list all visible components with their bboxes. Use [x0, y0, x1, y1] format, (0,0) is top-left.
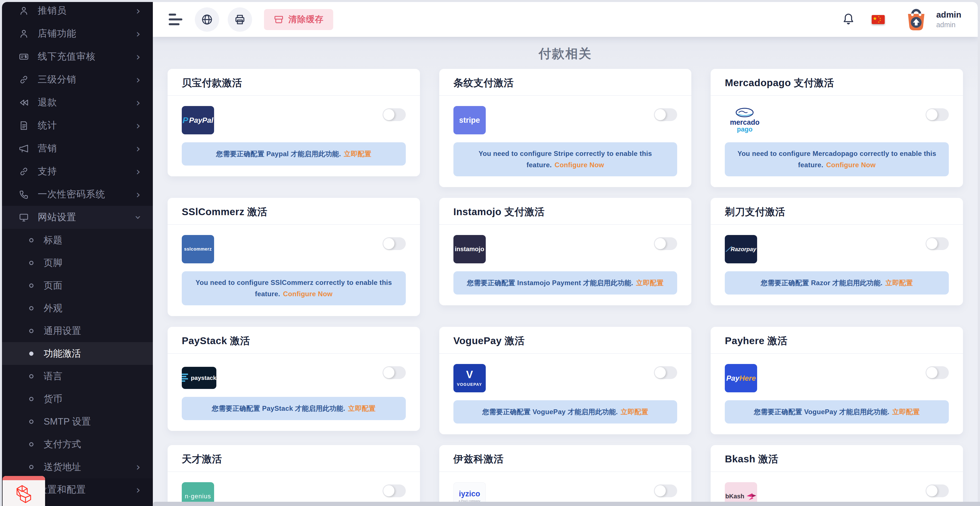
chevron-right-icon: ›: [136, 143, 140, 154]
subitem-label: 货币: [44, 393, 140, 405]
bkash-toggle[interactable]: [926, 484, 949, 497]
sidebar-item-label: 推销员: [38, 4, 136, 17]
sidebar-item-refund[interactable]: 退款 ›: [2, 91, 153, 114]
sidebar-subitem-shipping-address[interactable]: 送货地址 ›: [2, 455, 153, 478]
paystack-logo: paystack: [182, 367, 216, 389]
horizontal-scrollbar[interactable]: [153, 502, 980, 506]
configure-now-link[interactable]: 立即配置: [892, 408, 920, 415]
alert-text: 您需要正确配置 PayStack 才能启用此功能.: [212, 404, 345, 412]
print-button[interactable]: [228, 7, 252, 32]
config-alert: 您需要正确配置 PayStack 才能启用此功能.立即配置: [182, 397, 406, 420]
bell-icon: [842, 12, 855, 26]
sidebar-item-label: 一次性密码系统: [38, 188, 136, 201]
sidebar-subitem-general-settings[interactable]: 通用设置: [2, 320, 153, 342]
card-title: PayStack 激活: [182, 335, 250, 346]
paystack-toggle[interactable]: [383, 366, 406, 379]
sidebar-subitem-pages[interactable]: 页面: [2, 274, 153, 297]
iyzico-logo-text: iyzico: [459, 490, 480, 498]
razorpay-mark: ⟋: [726, 245, 731, 253]
user-menu[interactable]: admin admin: [936, 10, 961, 29]
mercadopago-toggle[interactable]: [926, 108, 949, 121]
user-icon: [18, 29, 29, 39]
toggle-knob: [383, 485, 395, 496]
card-stripe: 条纹支付激活 stripe You need to configure Stri…: [439, 69, 692, 187]
user-avatar[interactable]: [903, 6, 929, 33]
subitem-label: 标题: [44, 234, 140, 247]
sidebar-item-label: 支持: [38, 165, 136, 178]
sidebar-subitem-payment-methods[interactable]: 支付方式: [2, 433, 153, 455]
stripe-toggle[interactable]: [654, 108, 677, 121]
card-header: 贝宝付款激活: [168, 69, 420, 96]
sidebar-item-label: 网站设置: [38, 211, 136, 224]
sidebar-subitem-title[interactable]: 标题: [2, 229, 153, 251]
paypal-logo-text: PayPal: [189, 116, 213, 125]
config-alert: 您需要正确配置 Instamojo Payment 才能启用此功能.立即配置: [453, 271, 678, 294]
sidebar-item-salesperson[interactable]: 推销员 ›: [2, 2, 153, 22]
sidebar-item-website-settings[interactable]: 网站设置 ›: [2, 206, 153, 229]
menu-toggle-icon[interactable]: [169, 14, 182, 25]
payhere-logo: Pay Here: [725, 364, 757, 392]
bullet-icon: [29, 352, 33, 356]
instamojo-logo: instamojo: [453, 235, 486, 263]
payhere-logo-text: Pay: [726, 374, 739, 383]
sidebar-subitem-language[interactable]: 语言: [2, 365, 153, 388]
sidebar-subitem-appearance[interactable]: 外观: [2, 297, 153, 320]
card-header: 天才激活: [168, 445, 420, 472]
bullet-icon: [29, 374, 33, 379]
paypal-toggle[interactable]: [383, 108, 406, 121]
sidebar-item-support[interactable]: 支持 ›: [2, 160, 153, 183]
sidebar-menu: 推销员 › 店铺功能 › 线下充值审核 › 三级分销 › 退款: [2, 2, 153, 501]
language-flag-china[interactable]: ★★★★★: [872, 15, 885, 24]
clear-cache-button[interactable]: 清除缓存: [264, 9, 333, 30]
stripe-logo: stripe: [453, 106, 486, 134]
chevron-down-icon: ›: [133, 215, 143, 220]
sidebar-subitem-feature-activation[interactable]: 功能激活: [2, 342, 153, 365]
paystack-bars-icon: [182, 374, 189, 382]
sidebar-item-offline-recharge-review[interactable]: 线下充值审核 ›: [2, 45, 153, 68]
sidebar-subitem-currency[interactable]: 货币: [2, 388, 153, 410]
topbar: 清除缓存 ★★★★★ admin admin: [153, 2, 978, 37]
rewind-icon: [18, 97, 29, 108]
instamojo-toggle[interactable]: [654, 237, 677, 250]
sidebar-item-marketing[interactable]: 营销 ›: [2, 137, 153, 160]
card-header: VoguePay 激活: [439, 327, 692, 354]
payhere-logo-text2: Here: [740, 374, 756, 383]
chevron-right-icon: ›: [136, 166, 140, 177]
chevron-right-icon: ›: [136, 461, 140, 472]
user-role: admin: [936, 21, 961, 29]
globe-button[interactable]: [195, 7, 219, 32]
voguepay-mark: V: [466, 370, 473, 380]
configure-now-link[interactable]: 立即配置: [344, 150, 371, 158]
sslcommerz-toggle[interactable]: [383, 237, 406, 250]
sidebar-item-statistics[interactable]: 统计 ›: [2, 114, 153, 137]
configure-now-link[interactable]: 立即配置: [348, 404, 375, 412]
configure-now-link[interactable]: 立即配置: [885, 279, 913, 286]
sidebar-item-label: 退款: [38, 96, 136, 109]
configure-now-link[interactable]: 立即配置: [636, 279, 663, 286]
configure-now-link[interactable]: Configure Now: [283, 290, 332, 298]
mercadopago-logo-text2: pago: [737, 126, 752, 133]
iyzico-toggle[interactable]: [654, 484, 677, 497]
ngenius-toggle[interactable]: [383, 484, 406, 497]
sidebar-subitem-footer[interactable]: 页脚: [2, 251, 153, 274]
razorpay-toggle[interactable]: [926, 237, 949, 250]
configure-now-link[interactable]: Configure Now: [826, 161, 876, 169]
subitem-label: 支付方式: [44, 438, 140, 451]
sidebar: 推销员 › 店铺功能 › 线下充值审核 › 三级分销 › 退款: [2, 2, 153, 506]
link-icon: [18, 74, 29, 85]
sidebar-item-three-level-distribution[interactable]: 三级分销 ›: [2, 68, 153, 91]
configure-now-link[interactable]: 立即配置: [621, 408, 648, 415]
bullet-icon: [29, 329, 33, 333]
alert-text: 您需要正确配置 Paypal 才能启用此功能.: [216, 150, 341, 158]
voguepay-toggle[interactable]: [654, 366, 677, 379]
sidebar-item-otp-system[interactable]: 一次性密码系统 ›: [2, 183, 153, 206]
card-iyzico: 伊兹科激活 iyzico a PayU company 您需要正确配置 iyzi…: [439, 445, 692, 506]
sidebar-subitem-smtp-settings[interactable]: SMTP 设置: [2, 410, 153, 433]
sidebar-item-store-features[interactable]: 店铺功能 ›: [2, 22, 153, 45]
subitem-label: SMTP 设置: [44, 415, 140, 428]
payhere-toggle[interactable]: [926, 366, 949, 379]
card-ngenius: 天才激活 n·genius 您需要正确配置 Ngenius 才能启用此功能.立即…: [168, 445, 420, 506]
configure-now-link[interactable]: Configure Now: [555, 161, 604, 169]
toggle-knob: [926, 367, 937, 378]
notifications-button[interactable]: [842, 12, 855, 27]
